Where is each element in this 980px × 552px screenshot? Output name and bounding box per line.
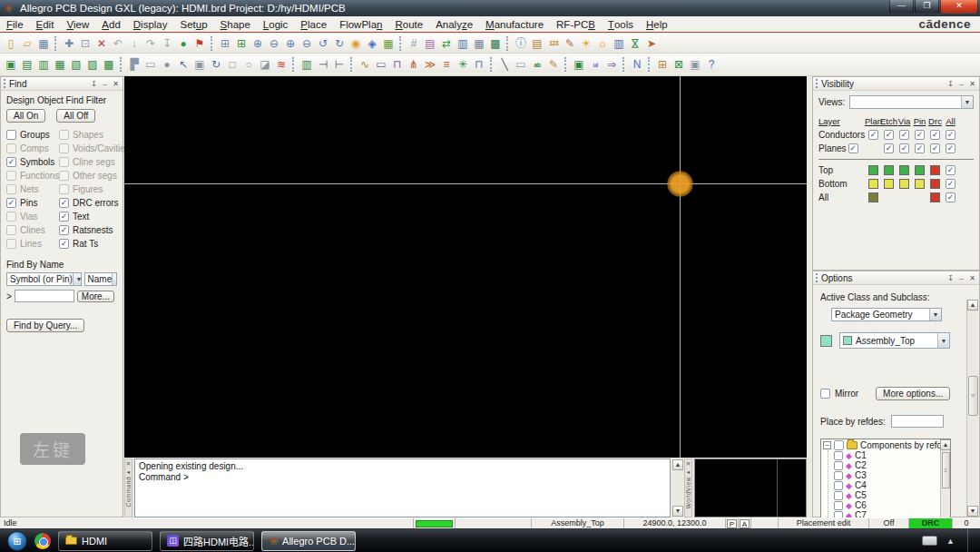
show-property-icon[interactable]: ▤	[529, 35, 545, 52]
highlight-stack-icon[interactable]: ≋	[273, 56, 289, 73]
panel-minimize-icon[interactable]: –	[957, 274, 965, 282]
filter-checkbox-text[interactable]: ✓	[59, 212, 69, 222]
vis-planes-lead-checkbox[interactable]: ✓	[848, 143, 858, 153]
menu-item-file[interactable]: File	[0, 16, 30, 32]
cut-icon[interactable]: ↓	[126, 35, 142, 52]
tree-item-checkbox-c7[interactable]	[834, 511, 843, 518]
highlight-icon[interactable]: ●	[175, 35, 191, 52]
find-name-input[interactable]	[15, 290, 74, 302]
layer-swatch-bottom-plan[interactable]	[868, 179, 878, 189]
scroll-down-icon[interactable]: ▼	[672, 506, 683, 517]
find-name-dropdown[interactable]: Name▼	[84, 272, 117, 286]
properties-icon[interactable]: ▦	[471, 35, 487, 52]
keyboard-icon[interactable]	[922, 536, 937, 546]
tree-expand-icon[interactable]: −	[823, 441, 831, 449]
reports-icon[interactable]: ⊞	[654, 56, 671, 73]
waive-drc-icon[interactable]: ▥	[611, 35, 627, 52]
tree-item-checkbox-c1[interactable]	[834, 451, 843, 460]
console-scrollbar[interactable]: ▲ ▼	[672, 458, 682, 518]
paste-icon[interactable]: ↧	[159, 35, 175, 52]
drc-update-icon[interactable]: ➤	[643, 35, 660, 52]
command-console[interactable]: Opening existing design... Command >	[134, 458, 671, 518]
filter-checkbox-rat-ts[interactable]: ✓	[59, 239, 69, 249]
show-measure-icon[interactable]: 123	[545, 35, 562, 52]
more-button[interactable]: More...	[77, 291, 114, 302]
drc-status-badge[interactable]: DRC	[909, 518, 953, 528]
options-scrollbar[interactable]: ▲ ≡ ▼	[966, 300, 978, 517]
all-off-button[interactable]: All Off	[56, 109, 95, 123]
scroll-up-icon[interactable]: ▲	[967, 300, 978, 310]
visibility-layer-label[interactable]: Layer	[818, 116, 866, 126]
layer-swatch-top-plan[interactable]	[868, 165, 878, 175]
tree-root[interactable]: −Components by refdes	[823, 440, 939, 450]
move-icon[interactable]: ✚	[61, 35, 77, 52]
cross-section-setup-icon[interactable]: ▨	[84, 56, 101, 73]
pattern-route-icon[interactable]: ✳	[455, 56, 471, 73]
place-manual-icon[interactable]: ▣	[571, 56, 587, 73]
tune-route-icon[interactable]: ⊓	[389, 56, 406, 73]
taskbar-button-allegro[interactable]: ✳ Allegro PCB D...	[261, 531, 356, 551]
show-element-icon[interactable]: ⓘ	[513, 35, 529, 52]
add-polygon-icon[interactable]: ▛	[126, 56, 142, 73]
scroll-down-icon[interactable]: ▼	[967, 506, 978, 517]
vis-planes-drc[interactable]: ✓	[930, 143, 940, 153]
console-close-icon[interactable]: ✕	[126, 460, 131, 468]
help-icon[interactable]: ?	[703, 56, 720, 73]
tree-item-c3[interactable]: ◆C3	[834, 470, 939, 480]
find-by-query-button[interactable]: Find by Query...	[6, 319, 84, 332]
add-circle-icon[interactable]: ●	[159, 56, 175, 73]
layer-swatch-top-pin[interactable]	[915, 165, 925, 175]
panel-close-icon[interactable]: ✕	[968, 274, 976, 282]
worldview-collapse-icon[interactable]: ◂	[687, 468, 690, 476]
panel-pin-icon[interactable]: ↧	[946, 274, 955, 282]
redraw-icon[interactable]: ◉	[348, 35, 364, 52]
mirror-checkbox[interactable]	[820, 389, 830, 399]
console-collapse-icon[interactable]: ◂	[127, 468, 130, 476]
toolbox-icon[interactable]: ▥	[299, 56, 315, 73]
vis-conductors-etch[interactable]: ✓	[884, 130, 894, 140]
menu-item-flowplan[interactable]: FlowPlan	[333, 16, 388, 32]
tree-scrollbar[interactable]: ▲ ≡	[940, 439, 950, 518]
layer-swatch-bottom-drc[interactable]	[930, 179, 940, 189]
shine-mode-icon[interactable]: ☀	[578, 35, 594, 52]
find-type-dropdown[interactable]: Symbol (or Pin)▼	[6, 272, 82, 286]
visibility-column-etch[interactable]: Etch	[880, 116, 897, 126]
filter-checkbox-pins[interactable]: ✓	[6, 198, 16, 208]
color-visibility-icon[interactable]: ▥	[35, 56, 52, 73]
cross-section-icon[interactable]: ▥	[455, 35, 471, 52]
views-dropdown[interactable]: ▼	[849, 95, 974, 109]
close-button[interactable]: ✕	[940, 0, 978, 14]
drawing-params-icon[interactable]: ▤	[19, 56, 35, 73]
menu-item-manufacture[interactable]: Manufacture	[479, 16, 550, 32]
visibility-column-via[interactable]: Via	[898, 116, 911, 126]
chrome-icon[interactable]	[34, 533, 51, 549]
panel-minimize-icon[interactable]: –	[101, 80, 109, 88]
scroll-up-icon[interactable]: ▲	[672, 459, 683, 470]
layer-swatch-top-drc[interactable]	[930, 165, 940, 175]
open-design-icon[interactable]: ▱	[19, 35, 35, 52]
panel-pin-icon[interactable]: ↧	[946, 80, 955, 88]
class-dropdown[interactable]: Package Geometry▼	[831, 308, 942, 321]
worldview-close-icon[interactable]: ✕	[686, 460, 691, 468]
panel-pin-icon[interactable]: ↧	[90, 80, 98, 88]
undo-icon[interactable]: ↶	[110, 35, 126, 52]
more-options-button[interactable]: More options...	[876, 387, 950, 400]
new-design-icon[interactable]: ▯	[3, 35, 19, 52]
add-line-icon[interactable]: ╲	[496, 56, 513, 73]
shape-select-icon[interactable]: ▣	[191, 56, 208, 73]
panel-close-icon[interactable]: ✕	[968, 80, 976, 88]
ratsnest-icon[interactable]: N	[629, 56, 645, 73]
zoom-world-icon[interactable]: ↻	[331, 35, 348, 52]
filter-checkbox-symbols[interactable]: ✓	[6, 157, 16, 167]
zoom-fit-icon[interactable]: ⊞	[233, 35, 250, 52]
menu-item-display[interactable]: Display	[127, 16, 174, 32]
zoom-out-alt-icon[interactable]: ⊖	[299, 35, 315, 52]
film-param-icon[interactable]: ▣	[687, 56, 703, 73]
show-hidden-icons[interactable]: ▲	[946, 537, 955, 546]
zoom-previous-icon[interactable]: ↺	[315, 35, 331, 52]
menu-item-place[interactable]: Place	[294, 16, 333, 32]
save-design-icon[interactable]: ▦	[35, 35, 52, 52]
menu-item-route[interactable]: Route	[388, 16, 429, 32]
layer-swatch-bottom-via[interactable]	[899, 179, 909, 189]
place-export-icon[interactable]: ⇒	[603, 56, 620, 73]
